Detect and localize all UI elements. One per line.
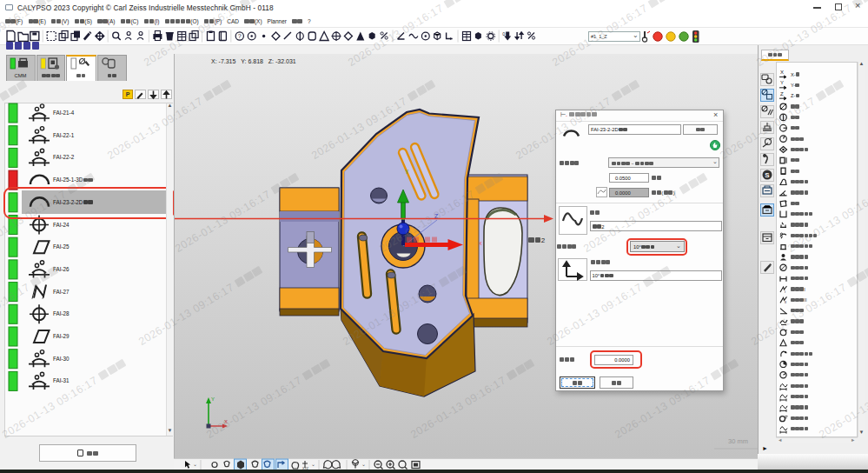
svg-text:Y: Y: [780, 80, 784, 85]
svg-text:II: II: [785, 300, 786, 304]
svg-text:X: X: [780, 70, 784, 75]
svg-text:I: I: [785, 290, 785, 294]
svg-text:Z: Z: [780, 91, 784, 97]
